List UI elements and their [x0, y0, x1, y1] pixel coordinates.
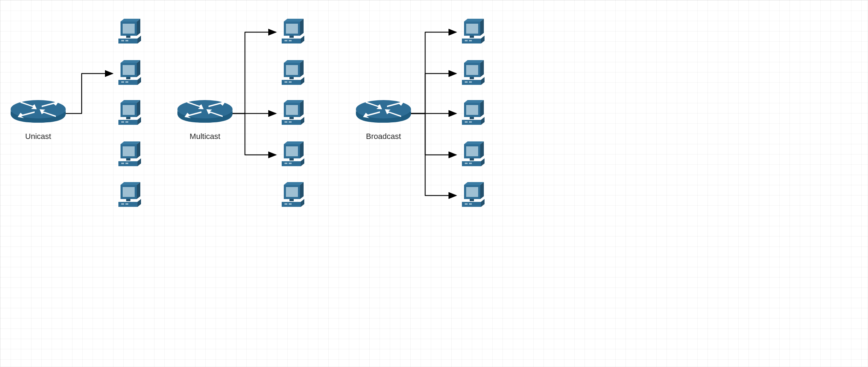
unicast-computer-icon [118, 182, 141, 207]
broadcast-computer-icon [462, 60, 485, 85]
broadcast-computer-icon [462, 141, 485, 166]
broadcast-link-row1 [411, 74, 456, 113]
broadcast-link-row4 [411, 113, 456, 196]
broadcast-computer-icon [462, 182, 485, 207]
multicast-computer-icon [282, 182, 304, 207]
label-multicast: Multicast [170, 132, 240, 141]
multicast-computer-icon [282, 60, 304, 85]
unicast-router-icon [11, 100, 66, 123]
unicast-computer-icon [118, 141, 141, 166]
broadcast-computer-icon [462, 100, 485, 125]
broadcast-computer-icon [462, 19, 485, 43]
multicast-computer-icon [282, 19, 304, 43]
broadcast-router-icon [356, 100, 411, 123]
label-unicast: Unicast [3, 132, 74, 141]
multicast-computer-icon [282, 141, 304, 166]
multicast-computer-icon [282, 100, 304, 125]
label-broadcast: Broadcast [348, 132, 419, 141]
unicast-computer-icon [118, 19, 141, 43]
diagram-canvas: Unicast Multicast Broadcast [0, 0, 868, 367]
multicast-router-icon [177, 100, 233, 123]
diagram-nodes [11, 19, 485, 207]
multicast-link-row0 [233, 32, 276, 113]
unicast-link [66, 74, 113, 113]
broadcast-link-row0 [411, 32, 456, 113]
unicast-computer-icon [118, 60, 141, 85]
unicast-computer-icon [118, 100, 141, 125]
connection-lines [66, 32, 456, 196]
